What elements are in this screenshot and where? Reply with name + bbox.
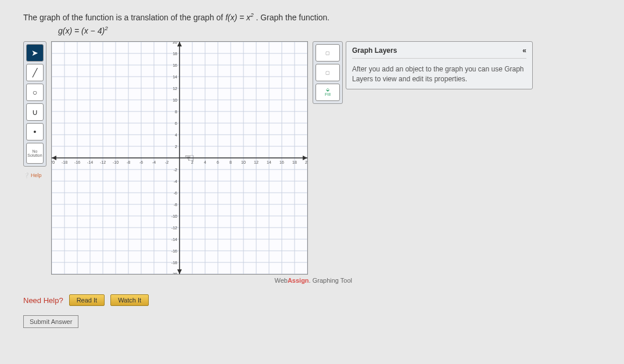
graph-layers-panel: Graph Layers « After you add an object t… bbox=[346, 41, 533, 89]
svg-text:-18: -18 bbox=[62, 160, 67, 164]
right-tool-1[interactable]: ▢ bbox=[315, 44, 340, 62]
right-tool-2[interactable]: ▢ bbox=[315, 64, 340, 81]
svg-text:-4: -4 bbox=[174, 179, 177, 183]
svg-text:-20: -20 bbox=[52, 160, 55, 164]
svg-text:-14: -14 bbox=[171, 237, 177, 242]
need-help-label: Need Help? bbox=[23, 296, 63, 305]
layers-collapse[interactable]: « bbox=[522, 46, 526, 55]
point-icon: • bbox=[34, 127, 37, 136]
pointer-tool[interactable]: ➤ bbox=[26, 44, 44, 62]
line-tool[interactable]: ╱ bbox=[26, 64, 44, 81]
svg-text:8: 8 bbox=[175, 110, 177, 114]
svg-text:-10: -10 bbox=[113, 160, 119, 164]
svg-text:-12: -12 bbox=[100, 160, 106, 164]
tool-help-link[interactable]: ❔ Help bbox=[23, 172, 46, 178]
submit-answer-button[interactable]: Submit Answer bbox=[23, 315, 78, 328]
svg-text:-8: -8 bbox=[174, 203, 177, 207]
svg-text:10: 10 bbox=[241, 160, 246, 164]
svg-text:-10: -10 bbox=[171, 214, 177, 218]
layers-body: After you add an object to the graph you… bbox=[352, 64, 526, 84]
svg-text:16: 16 bbox=[279, 160, 284, 164]
svg-text:-2: -2 bbox=[174, 168, 177, 172]
svg-text:4: 4 bbox=[175, 133, 177, 137]
svg-text:-16: -16 bbox=[171, 249, 177, 253]
right-toolbar: ▢ ▢ ⬙ Fill bbox=[313, 41, 343, 104]
svg-text:2: 2 bbox=[191, 160, 193, 164]
svg-text:-12: -12 bbox=[171, 226, 177, 230]
svg-text:14: 14 bbox=[173, 75, 177, 79]
prompt-fx: f(x) = x bbox=[225, 13, 250, 22]
svg-text:-2: -2 bbox=[165, 160, 168, 164]
graph-tool-brand: WebAssign. Graphing Tool bbox=[50, 277, 352, 284]
svg-text:20: 20 bbox=[173, 42, 177, 44]
grid-svg: -20-18-16-14-12-10-8-6-4-224681012141618… bbox=[52, 42, 307, 274]
svg-text:-20: -20 bbox=[171, 272, 177, 274]
circle-icon: ○ bbox=[33, 88, 37, 97]
layers-title: Graph Layers bbox=[352, 46, 397, 55]
line-icon: ╱ bbox=[33, 68, 37, 77]
help-icon: ❔ bbox=[23, 172, 30, 178]
svg-text:20: 20 bbox=[305, 160, 307, 164]
svg-text:-16: -16 bbox=[74, 160, 80, 164]
no-solution-tool[interactable]: No Solution bbox=[26, 143, 44, 164]
graph-canvas[interactable]: -20-18-16-14-12-10-8-6-4-224681012141618… bbox=[51, 41, 308, 275]
svg-text:16: 16 bbox=[173, 63, 177, 67]
fill-tool[interactable]: ⬙ Fill bbox=[315, 84, 340, 101]
svg-text:4: 4 bbox=[204, 160, 206, 164]
gx: g(x) = (x − 4) bbox=[58, 26, 105, 35]
parabola-icon: ∪ bbox=[32, 107, 38, 117]
svg-text:14: 14 bbox=[267, 160, 271, 164]
svg-text:18: 18 bbox=[292, 160, 297, 164]
svg-text:8: 8 bbox=[229, 160, 232, 164]
circle-tool[interactable]: ○ bbox=[26, 84, 44, 101]
fill-label: Fill bbox=[325, 92, 331, 98]
svg-text:-18: -18 bbox=[171, 261, 177, 265]
left-toolbar: ➤ ╱ ○ ∪ • No Solution ❔ Help bbox=[23, 41, 46, 178]
question-prompt: The graph of the function is a translati… bbox=[23, 12, 601, 22]
svg-text:-14: -14 bbox=[87, 160, 93, 164]
pointer-icon: ➤ bbox=[31, 48, 38, 57]
function-def: g(x) = (x − 4)2 bbox=[58, 26, 601, 36]
svg-text:18: 18 bbox=[173, 52, 177, 56]
watch-it-button[interactable]: Watch It bbox=[110, 294, 149, 306]
point-tool[interactable]: • bbox=[26, 123, 44, 140]
svg-text:6: 6 bbox=[175, 121, 177, 125]
prompt-pre: The graph of the function is a translati… bbox=[23, 13, 225, 22]
svg-text:12: 12 bbox=[173, 87, 177, 91]
svg-text:2: 2 bbox=[175, 145, 177, 149]
svg-text:10: 10 bbox=[173, 98, 177, 102]
svg-text:12: 12 bbox=[254, 160, 259, 164]
svg-text:-6: -6 bbox=[174, 191, 177, 195]
parabola-tool[interactable]: ∪ bbox=[26, 103, 44, 121]
help-row: Need Help? Read It Watch It bbox=[23, 294, 601, 306]
svg-text:-8: -8 bbox=[127, 160, 130, 164]
prompt-post: . Graph the function. bbox=[256, 13, 329, 22]
read-it-button[interactable]: Read It bbox=[69, 294, 105, 306]
svg-text:-4: -4 bbox=[152, 160, 156, 164]
svg-text:-6: -6 bbox=[139, 160, 143, 164]
svg-text:6: 6 bbox=[217, 160, 219, 164]
